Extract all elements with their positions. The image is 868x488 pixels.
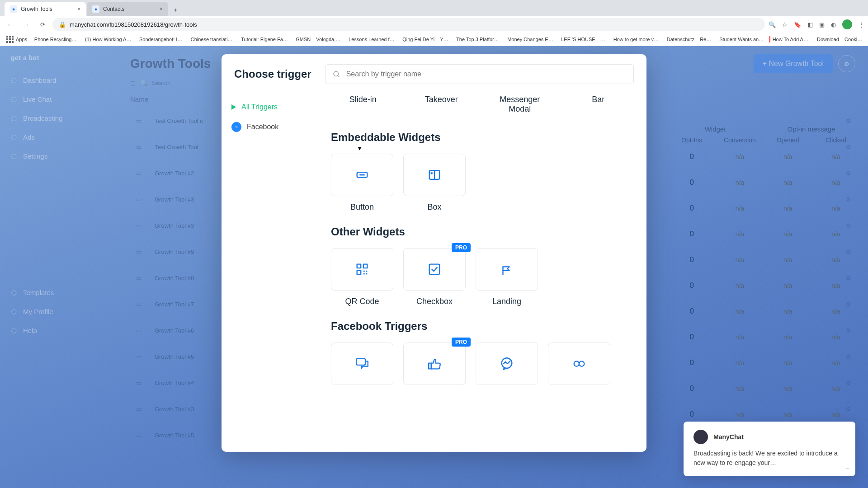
bookmark-item[interactable]: The Top 3 Platfor…	[452, 35, 500, 43]
play-icon	[231, 104, 236, 110]
stats-cell: n/a	[764, 282, 812, 289]
filter-icon[interactable]: ▢	[130, 80, 136, 86]
tab-title: Growth Tools	[21, 6, 52, 12]
apps-button[interactable]: Apps	[5, 35, 27, 44]
trigger-card-button[interactable]: Button	[331, 154, 393, 212]
stats-cell: 0	[668, 281, 716, 290]
sidebar-item-templates[interactable]: ◌Templates	[0, 283, 118, 302]
new-tab-button[interactable]: ＋	[169, 4, 182, 16]
extension-icon[interactable]: ◧	[807, 21, 813, 28]
bookmark-item[interactable]: Tutorial: Eigene Fa…	[237, 35, 289, 43]
stats-col-header: Opt-Ins	[668, 136, 716, 144]
trigger-card-messenger[interactable]	[476, 343, 538, 391]
stats-cell: n/a	[764, 153, 812, 160]
overlay-widget-label[interactable]: Bar	[566, 95, 631, 114]
toast-title: ManyChat	[713, 433, 744, 441]
apps-grid-icon	[6, 36, 14, 43]
row-type-icon: ▭	[130, 220, 147, 231]
toast-body: Broadcasting is back! We are excited to …	[693, 449, 845, 467]
extension-icon[interactable]: ◐	[831, 21, 836, 28]
browser-tab[interactable]: ●Contacts×	[87, 2, 168, 16]
sidebar-item-dashboard[interactable]: ◌Dashboard	[0, 70, 118, 89]
bookmark-label: How To Add A…	[773, 37, 808, 42]
modal-content: ▾ Slide-inTakeoverMessenger ModalBar Emb…	[326, 95, 646, 452]
notification-toast[interactable]: ManyChat Broadcasting is back! We are ex…	[684, 422, 855, 476]
bookmark-item[interactable]: LEE 'S HOUSE—…	[557, 35, 607, 43]
stats-cell: n/a	[812, 205, 860, 212]
menu-icon[interactable]: ⋮	[859, 21, 864, 28]
sidebar-item-broadcasting[interactable]: ◌Broadcasting	[0, 108, 118, 127]
bookmark-item[interactable]: How to get more v…	[609, 35, 660, 43]
bookmark-item[interactable]: Datenschutz – Re…	[663, 35, 712, 43]
sidebar-item-live-chat[interactable]: ◌Live Chat	[0, 89, 118, 108]
stats-cell: n/a	[812, 385, 860, 392]
bookmark-item[interactable]: Qing Fei De Yi – Y…	[398, 35, 449, 43]
stats-cell: n/a	[764, 359, 812, 366]
trigger-card-like[interactable]: PRO	[403, 343, 466, 391]
overlay-labels-row: Slide-inTakeoverMessenger ModalBar	[327, 95, 634, 117]
bookmark-item[interactable]: Phone Recycling…	[30, 35, 78, 43]
sidebar-item-help[interactable]: ◌Help	[0, 321, 118, 340]
overlay-widget-label[interactable]: Messenger Modal	[488, 95, 552, 114]
forward-button[interactable]: →	[20, 18, 33, 31]
target-icon: ◌	[11, 133, 17, 141]
stats-cell: 0	[668, 410, 716, 419]
cards-row: QR CodePROCheckboxLanding	[327, 248, 634, 306]
bookmark-icon[interactable]: 🔖	[794, 21, 801, 28]
apps-label: Apps	[16, 37, 27, 42]
browser-tab[interactable]: ●Growth Tools×	[5, 2, 86, 16]
star-icon[interactable]: ☆	[782, 21, 788, 28]
page-settings-button[interactable]: ⚙	[838, 55, 855, 72]
trigger-search-input[interactable]	[325, 64, 634, 84]
section-title: Embeddable Widgets	[331, 131, 634, 144]
bookmark-label: Money Changes E…	[507, 37, 553, 42]
trigger-card-comment[interactable]	[331, 343, 393, 391]
bookmark-item[interactable]: Sonderangebot! I…	[135, 35, 184, 43]
sidebar-item-my-profile[interactable]: ◌My Profile	[0, 302, 118, 321]
overlay-widget-label[interactable]: Slide-in	[331, 95, 395, 114]
bookmark-item[interactable]: (1) How Working A…	[81, 35, 132, 43]
trigger-card-link[interactable]	[548, 343, 610, 391]
tab-close-button[interactable]: ×	[160, 6, 163, 12]
new-growth-tool-button[interactable]: + New Growth Tool	[754, 54, 833, 73]
row-type-icon: ▭	[130, 404, 147, 414]
tab-close-button[interactable]: ×	[77, 6, 80, 12]
bookmark-item[interactable]: Student Wants an…	[715, 35, 765, 43]
bookmark-item[interactable]: Lessons Learned f…	[344, 35, 396, 43]
row-type-icon: ▭	[130, 246, 147, 257]
stats-col-header: Conversion	[716, 136, 764, 144]
trigger-filter-fb[interactable]: ~Facebook	[222, 117, 326, 137]
stats-cell: n/a	[812, 230, 860, 238]
stats-cell: n/a	[812, 256, 860, 263]
bookmark-item[interactable]: Chinese translati…	[187, 35, 235, 43]
zoom-icon[interactable]: 🔍	[769, 21, 776, 28]
reload-button[interactable]: ⟳	[36, 18, 49, 31]
trigger-card-landing[interactable]: Landing	[476, 248, 538, 306]
trigger-card-checkbox[interactable]: PROCheckbox	[403, 248, 466, 306]
trigger-card-box[interactable]: Box	[403, 154, 466, 212]
back-button[interactable]: ←	[4, 18, 16, 31]
bookmark-item[interactable]: GMSN – Vologda,…	[292, 35, 342, 43]
trigger-card-qr-code[interactable]: QR Code	[331, 248, 393, 306]
stats-row: 0n/an/an/a	[668, 221, 860, 247]
toast-minimize[interactable]: –	[846, 465, 849, 472]
overlay-widget-label[interactable]: Takeover	[410, 95, 474, 114]
box-icon	[427, 167, 442, 183]
bookmark-item[interactable]: How To Add A…	[768, 35, 810, 43]
button-icon	[354, 167, 370, 183]
megaphone-icon: ◌	[11, 114, 17, 122]
extension-icon[interactable]: ▣	[819, 21, 825, 28]
sidebar-item-settings[interactable]: ◌Settings	[0, 146, 118, 165]
sidebar-item-ads[interactable]: ◌Ads	[0, 127, 118, 146]
bookmark-item[interactable]: Money Changes E…	[503, 35, 554, 43]
stats-cell: n/a	[764, 256, 812, 263]
svg-rect-12	[363, 273, 365, 275]
search-placeholder[interactable]: Search	[152, 80, 170, 86]
address-bar[interactable]: 🔒 manychat.com/fb198150208192618/growth-…	[52, 18, 765, 31]
page-title: Growth Tools	[130, 56, 211, 71]
profile-avatar[interactable]	[842, 19, 852, 29]
stats-cell: n/a	[716, 153, 764, 160]
card-label: Box	[403, 202, 466, 212]
bookmark-item[interactable]: Download – Cooki…	[813, 35, 863, 43]
trigger-filter-all[interactable]: All Triggers	[222, 98, 326, 117]
